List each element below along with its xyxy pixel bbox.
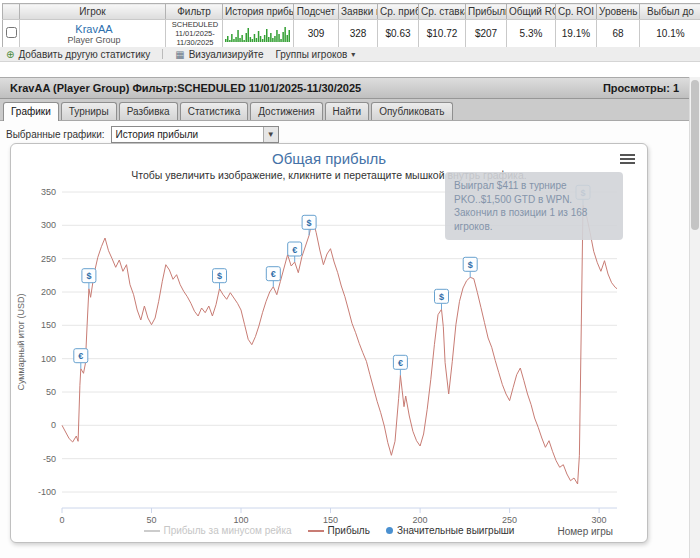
player-group-label: Player Group	[23, 35, 165, 45]
visualize-button[interactable]: ▦ Визуализируйте	[175, 49, 263, 60]
svg-text:$: $	[307, 218, 312, 228]
svg-text:$: $	[86, 271, 91, 281]
svg-text:-100: -100	[38, 487, 56, 497]
profit-chart-card: Общая прибыль Чтобы увеличить изображени…	[10, 143, 648, 543]
player-cell: KravAA Player Group	[20, 20, 166, 48]
filter-line: 11/01/2025-	[168, 29, 222, 38]
chart-tooltip: Выиграл $411 в турнире PKO..$1,500 GTD в…	[445, 172, 623, 240]
chart-type-select[interactable]: История прибыли ▼	[111, 126, 279, 143]
header-entries[interactable]: Заявки н	[339, 4, 378, 20]
svg-text:350: 350	[41, 187, 56, 197]
legend-item-big-wins[interactable]: Значительные выигрыши	[386, 525, 515, 536]
legend-label-profit: Прибыль	[328, 525, 370, 536]
entries-value: 328	[339, 20, 378, 48]
header-count[interactable]: Подсчет	[294, 4, 339, 20]
views-counter: Просмотры: 1	[603, 82, 679, 94]
svg-text:€: €	[78, 351, 83, 361]
chart-title: Общая прибыль	[11, 150, 647, 167]
svg-text:300: 300	[592, 515, 607, 524]
header-profit[interactable]: Прибыль	[466, 4, 507, 20]
chart-controls: Выбранные графики: История прибыли ▼	[0, 121, 689, 143]
stats-table-header-row: Игрок Фильтр История прибыл Подсчет Заяв…	[3, 4, 700, 20]
player-groups-label: Группы игроков	[276, 49, 348, 60]
svg-text:150: 150	[323, 515, 338, 524]
add-statistic-label: Добавить другую статистику	[18, 49, 150, 60]
svg-text:€: €	[271, 269, 276, 279]
svg-text:$: $	[217, 271, 222, 281]
legend-label-big-wins: Значительные выигрыши	[397, 525, 515, 536]
svg-text:$: $	[439, 292, 444, 302]
hamburger-icon	[620, 154, 635, 156]
vertical-scrollbar[interactable]	[689, 77, 700, 558]
chevron-down-icon: ▾	[351, 50, 355, 59]
svg-text:200: 200	[41, 287, 56, 297]
tab-charts[interactable]: Графики	[3, 102, 59, 121]
svg-text:100: 100	[41, 354, 56, 364]
svg-text:Суммарный итог (USD): Суммарный итог (USD)	[16, 293, 26, 390]
tab-breakdown[interactable]: Разбивка	[119, 102, 178, 120]
row-checkbox-cell	[3, 20, 20, 48]
poker-stats-page: Игрок Фильтр История прибыл Подсчет Заяв…	[0, 0, 700, 558]
table-row: KravAA Player Group SCHEDULED 11/01/2025…	[3, 20, 700, 48]
player-stats-table: Игрок Фильтр История прибыл Подсчет Заяв…	[2, 3, 700, 48]
avg-stake-value: $10.72	[419, 20, 466, 48]
legend-item-net-profit[interactable]: Прибыль за минусом рейка	[144, 525, 292, 536]
chart-legend: Прибыль за минусом рейка Прибыль Значите…	[11, 525, 647, 536]
filter-line: SCHEDULED	[168, 20, 222, 29]
visualize-icon: ▦	[175, 49, 184, 60]
filter-line: 11/30/2025	[168, 38, 222, 47]
chart-type-select-value: История прибыли	[116, 129, 198, 140]
header-avg-stake[interactable]: Ср. ставка	[419, 4, 466, 20]
tab-tournaments[interactable]: Турниры	[61, 102, 117, 120]
scrollbar-thumb[interactable]	[691, 80, 699, 230]
svg-text:200: 200	[413, 515, 428, 524]
svg-text:0: 0	[51, 420, 56, 430]
stats-toolbar: ⊕ Добавить другую статистику ▦ Визуализи…	[0, 47, 700, 62]
header-avg-profit[interactable]: Ср. приб	[378, 4, 419, 20]
header-busted[interactable]: Выбыл до	[640, 4, 700, 20]
tab-publish[interactable]: Опубликовать	[371, 102, 452, 120]
tab-achievements[interactable]: Достижения	[250, 102, 322, 120]
svg-text:$: $	[468, 260, 473, 270]
row-checkbox[interactable]	[6, 27, 17, 38]
select-all-cell	[3, 4, 20, 20]
toolbar-divider	[162, 49, 163, 59]
legend-item-profit[interactable]: Прибыль	[308, 525, 370, 536]
svg-text:100: 100	[233, 515, 248, 524]
total-roi-value: 5.3%	[507, 20, 556, 48]
profit-value: $207	[466, 20, 507, 48]
player-groups-button[interactable]: Группы игроков ▾	[276, 49, 356, 60]
header-level[interactable]: Уровень	[597, 4, 640, 20]
header-avg-roi[interactable]: Ср. ROI	[556, 4, 597, 20]
player-name-link[interactable]: KravAA	[23, 23, 165, 35]
svg-text:50: 50	[146, 515, 156, 524]
svg-text:€: €	[292, 245, 297, 255]
sparkline-cell	[223, 20, 294, 48]
legend-label-net: Прибыль за минусом рейка	[164, 525, 292, 536]
svg-text:250: 250	[502, 515, 517, 524]
header-profit-history[interactable]: История прибыл	[223, 4, 294, 20]
filter-cell: SCHEDULED 11/01/2025- 11/30/2025	[166, 20, 223, 48]
legend-swatch-profit	[308, 530, 324, 532]
profit-history-sparkline[interactable]	[225, 25, 291, 43]
select-caret-icon: ▼	[263, 127, 278, 142]
svg-text:-50: -50	[43, 454, 56, 464]
header-player[interactable]: Игрок	[20, 4, 166, 20]
panel-title: KravAA (Player Group) Фильтр:SCHEDULED 1…	[10, 82, 361, 94]
x-axis-title: Номер игры	[557, 526, 613, 537]
header-total-roi[interactable]: Общий ROI	[507, 4, 556, 20]
svg-text:250: 250	[41, 254, 56, 264]
hamburger-icon	[620, 158, 635, 160]
add-statistic-icon: ⊕	[6, 49, 14, 60]
add-statistic-button[interactable]: ⊕ Добавить другую статистику	[6, 49, 150, 60]
charts-tab-content: Выбранные графики: История прибыли ▼ Общ…	[0, 121, 689, 558]
legend-swatch-net	[144, 530, 160, 532]
header-filter[interactable]: Фильтр	[166, 4, 223, 20]
selected-charts-label: Выбранные графики:	[6, 129, 105, 140]
chart-menu-button[interactable]	[620, 154, 635, 166]
tab-find[interactable]: Найти	[325, 102, 370, 120]
visualize-label: Визуализируйте	[189, 49, 264, 60]
avg-profit-value: $0.63	[378, 20, 419, 48]
tab-statistics[interactable]: Статистика	[180, 102, 249, 120]
busted-value: 10.1%	[640, 20, 700, 48]
